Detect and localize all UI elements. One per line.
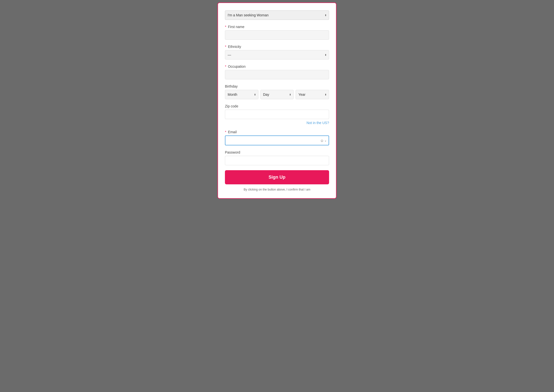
occupation-input[interactable] (225, 70, 329, 79)
ethnicity-select[interactable]: — Asian Black/African Hispanic/Latino Mi… (225, 50, 329, 60)
signup-button[interactable]: Sign Up (225, 170, 329, 184)
not-in-us-container: Not in the US? (225, 121, 329, 125)
terms-text: By clicking on the button above, I confi… (225, 188, 329, 191)
seeking-select-wrapper: I'm a Man seeking Woman I'm a Man seekin… (225, 10, 329, 20)
occupation-group: * Occupation (225, 65, 329, 79)
page-background: I'm a Man seeking Woman I'm a Man seekin… (0, 0, 554, 392)
ethnicity-select-wrapper: — Asian Black/African Hispanic/Latino Mi… (225, 50, 329, 60)
birthday-label: Birthday (225, 84, 329, 88)
birthday-row: Month January February March April May J… (225, 90, 329, 99)
email-label: * Email (225, 130, 329, 134)
email-required-star: * (225, 130, 226, 134)
first-name-label: * First name (225, 25, 329, 29)
ethnicity-group: * Ethnicity — Asian Black/African Hispan… (225, 45, 329, 60)
email-group: * Email ☺ ⌄ (225, 130, 329, 145)
email-input-wrapper: ☺ ⌄ (225, 135, 329, 145)
month-select[interactable]: Month January February March April May J… (225, 90, 258, 99)
email-input[interactable] (225, 135, 329, 145)
birthday-group: Birthday Month January February March Ap… (225, 84, 329, 99)
zip-code-group: Zip code Not in the US? (225, 104, 329, 125)
ethnicity-label: * Ethnicity (225, 45, 329, 49)
occupation-required-star: * (225, 65, 226, 68)
month-select-wrapper: Month January February March April May J… (225, 90, 258, 99)
year-select-wrapper: Year 2005200420032002 2001200019991998 1… (296, 90, 329, 99)
first-name-required-star: * (225, 25, 226, 29)
not-in-us-link[interactable]: Not in the US? (307, 121, 329, 125)
day-select-wrapper: Day 12345 678910 1112131415 1617181920 2… (260, 90, 294, 99)
password-group: Password (225, 150, 329, 165)
zip-code-input[interactable] (225, 110, 329, 119)
seeking-select[interactable]: I'm a Man seeking Woman I'm a Man seekin… (225, 10, 329, 20)
first-name-group: * First name (225, 25, 329, 40)
occupation-label: * Occupation (225, 65, 329, 68)
password-input[interactable] (225, 156, 329, 165)
signup-form-card: I'm a Man seeking Woman I'm a Man seekin… (217, 2, 337, 199)
password-label: Password (225, 150, 329, 154)
day-select[interactable]: Day 12345 678910 1112131415 1617181920 2… (260, 90, 294, 99)
zip-code-label: Zip code (225, 104, 329, 108)
year-select[interactable]: Year 2005200420032002 2001200019991998 1… (296, 90, 329, 99)
first-name-input[interactable] (225, 30, 329, 40)
ethnicity-required-star: * (225, 45, 226, 49)
